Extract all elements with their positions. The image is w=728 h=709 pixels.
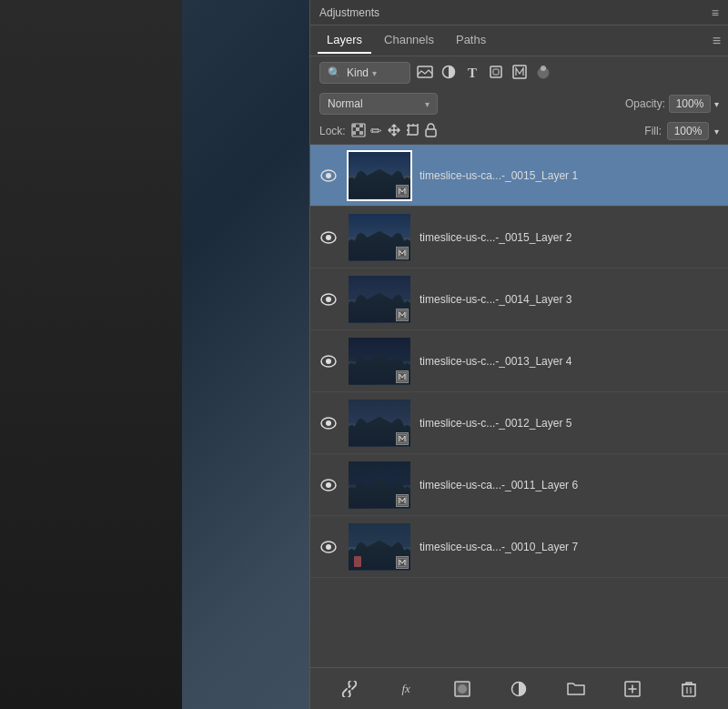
smart-object-badge <box>396 309 409 321</box>
panel-titlebar: Adjustments ≡ <box>310 0 728 25</box>
layer-name: timeslice-us-ca...-_0015_Layer 1 <box>420 169 721 182</box>
panel-title: Adjustments <box>319 6 379 19</box>
filter-shape-icon[interactable] <box>487 65 505 82</box>
layers-list: timeslice-us-ca...-_0015_Layer 1 <box>310 145 728 667</box>
layer-effects-button[interactable]: fx <box>391 674 420 704</box>
blend-opacity-row: Normal ▾ Opacity: 100% ▾ <box>310 89 728 118</box>
layer-visibility-toggle[interactable] <box>318 293 339 306</box>
layer-name: timeslice-us-ca...-_0010_Layer 7 <box>420 541 721 553</box>
svg-rect-3 <box>493 69 499 75</box>
tabs-menu-icon[interactable]: ≡ <box>713 33 721 49</box>
svg-point-6 <box>541 66 546 71</box>
layer-name: timeslice-us-c...-_0014_Layer 3 <box>420 293 721 306</box>
layer-visibility-toggle[interactable] <box>318 231 339 244</box>
layer-name: timeslice-us-ca...-_0011_Layer 6 <box>420 479 721 491</box>
layer-thumbnail <box>347 460 412 511</box>
fill-section: Fill: 100% ▾ <box>644 122 719 140</box>
layer-item[interactable]: timeslice-us-ca...-_0010_Layer 7 <box>310 516 728 578</box>
bottom-toolbar: fx <box>310 667 728 709</box>
group-layers-button[interactable] <box>561 674 591 704</box>
smart-object-badge <box>396 185 409 198</box>
layer-thumbnail <box>347 522 412 572</box>
lock-artboard-icon[interactable] <box>406 123 420 140</box>
opacity-group: Opacity: 100% ▾ <box>625 95 719 113</box>
search-icon: 🔍 <box>328 66 341 79</box>
svg-rect-4 <box>513 66 526 78</box>
kind-filter-select[interactable]: 🔍 Kind ▾ <box>319 62 410 84</box>
layer-visibility-toggle[interactable] <box>318 541 339 553</box>
smart-object-badge <box>396 432 409 445</box>
layers-panel: Adjustments ≡ Layers Channels Paths ≡ 🔍 … <box>309 0 728 709</box>
layer-item[interactable]: timeslice-us-c...-_0013_Layer 4 <box>310 330 728 392</box>
opacity-arrow[interactable]: ▾ <box>714 99 719 109</box>
delete-layer-button[interactable] <box>674 674 703 704</box>
add-mask-button[interactable] <box>448 674 477 704</box>
layer-item[interactable]: timeslice-us-c...-_0012_Layer 5 <box>310 392 728 454</box>
svg-point-37 <box>326 482 331 488</box>
svg-rect-13 <box>409 126 418 135</box>
tab-paths[interactable]: Paths <box>447 27 495 54</box>
new-adjustment-button[interactable] <box>504 674 533 704</box>
filter-icons: T <box>416 65 552 82</box>
background-left <box>0 0 182 709</box>
opacity-value[interactable]: 100% <box>669 95 711 113</box>
tab-channels[interactable]: Channels <box>375 27 443 54</box>
svg-rect-9 <box>359 124 363 127</box>
layer-item[interactable]: timeslice-us-ca...-_0015_Layer 1 <box>310 145 728 207</box>
lock-icons: ✏ <box>351 123 437 140</box>
link-layers-button[interactable] <box>335 674 364 704</box>
lock-position-icon[interactable] <box>387 123 401 140</box>
layer-visibility-toggle[interactable] <box>318 355 339 368</box>
filter-row: 🔍 Kind ▾ T <box>310 56 728 89</box>
opacity-label: Opacity: <box>625 97 665 110</box>
svg-point-43 <box>458 684 467 694</box>
layer-thumbnail <box>347 274 412 325</box>
lock-all-icon[interactable] <box>425 123 437 140</box>
svg-point-40 <box>326 544 331 550</box>
lock-row: Lock: ✏ <box>310 118 728 145</box>
lock-image-icon[interactable]: ✏ <box>370 123 382 139</box>
layer-name: timeslice-us-c...-_0015_Layer 2 <box>420 231 721 244</box>
blend-select-chevron: ▾ <box>425 99 430 109</box>
svg-point-22 <box>326 173 331 178</box>
layer-item[interactable]: timeslice-us-c...-_0014_Layer 3 <box>310 268 728 330</box>
layer-item[interactable]: timeslice-us-c...-_0015_Layer 2 <box>310 207 728 268</box>
layer-item[interactable]: timeslice-us-ca...-_0011_Layer 6 <box>310 454 728 516</box>
svg-rect-10 <box>356 127 359 131</box>
kind-select-chevron: ▾ <box>372 68 377 78</box>
lock-transparent-icon[interactable] <box>351 123 366 140</box>
filter-smart-icon[interactable] <box>511 65 529 82</box>
layer-visibility-toggle[interactable] <box>318 417 339 430</box>
filter-text-icon[interactable]: T <box>463 66 481 81</box>
svg-point-25 <box>326 235 331 240</box>
layer-thumbnail <box>347 212 412 263</box>
panel-menu-icon[interactable]: ≡ <box>712 5 719 20</box>
svg-point-28 <box>326 297 331 302</box>
svg-rect-8 <box>352 124 356 127</box>
smart-object-badge <box>396 494 409 507</box>
filter-image-icon[interactable] <box>416 66 434 81</box>
smart-object-badge <box>396 247 409 259</box>
smart-object-badge <box>396 370 409 383</box>
fx-label: fx <box>402 682 410 696</box>
layer-thumbnail <box>347 398 412 449</box>
svg-point-31 <box>326 359 331 364</box>
filter-color-icon[interactable] <box>534 65 552 82</box>
tab-layers[interactable]: Layers <box>318 27 371 54</box>
blend-mode-select[interactable]: Normal ▾ <box>319 93 438 115</box>
lock-label: Lock: <box>319 125 346 137</box>
fill-arrow[interactable]: ▾ <box>714 127 719 137</box>
smart-object-badge <box>396 556 409 569</box>
svg-rect-12 <box>359 131 363 135</box>
layer-thumbnail <box>347 336 412 387</box>
svg-rect-48 <box>682 684 695 696</box>
filter-adjustment-icon[interactable] <box>440 65 458 82</box>
svg-rect-2 <box>490 66 501 77</box>
svg-rect-20 <box>426 129 436 137</box>
fill-value[interactable]: 100% <box>667 122 709 140</box>
layer-visibility-toggle[interactable] <box>318 479 339 491</box>
fill-label: Fill: <box>644 125 662 137</box>
layer-visibility-toggle[interactable] <box>318 169 339 182</box>
svg-point-34 <box>326 420 331 426</box>
new-layer-button[interactable] <box>618 674 647 704</box>
